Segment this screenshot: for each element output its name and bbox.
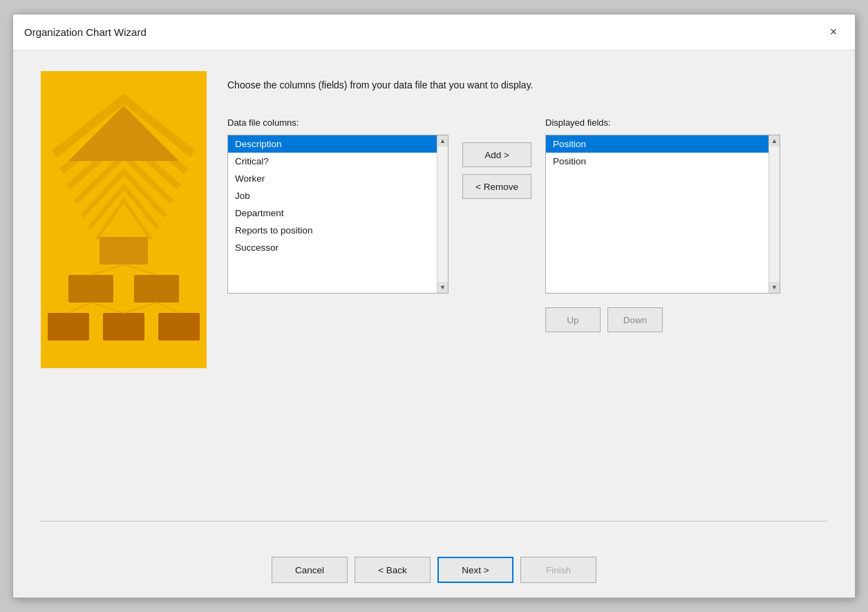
svg-rect-7 xyxy=(158,313,200,341)
list-item[interactable]: Position xyxy=(546,135,780,153)
scrollbar-right[interactable]: ▲ ▼ xyxy=(768,135,780,293)
scroll-up-arrow[interactable]: ▲ xyxy=(769,135,780,146)
scroll-up-arrow[interactable]: ▲ xyxy=(437,135,449,146)
dialog: Organization Chart Wizard × xyxy=(12,14,856,598)
finish-button: Finish xyxy=(520,557,596,583)
content-area: Choose the columns (fields) from your da… xyxy=(13,50,855,542)
footer: Cancel < Back Next > Finish xyxy=(13,542,855,597)
scroll-down-arrow[interactable]: ▼ xyxy=(769,282,780,293)
list-item[interactable]: Job xyxy=(228,187,448,204)
close-button[interactable]: × xyxy=(823,22,844,43)
up-button[interactable]: Up xyxy=(545,307,601,332)
data-columns-label: Data file columns: xyxy=(227,117,449,128)
down-button[interactable]: Down xyxy=(607,307,663,332)
right-panel: Choose the columns (fields) from your da… xyxy=(227,71,827,514)
svg-rect-6 xyxy=(103,313,144,341)
displayed-fields-label: Displayed fields: xyxy=(545,117,780,128)
add-button[interactable]: Add > xyxy=(462,142,531,167)
list-item[interactable]: Reports to position xyxy=(228,222,448,239)
dialog-title: Organization Chart Wizard xyxy=(24,26,147,38)
svg-rect-5 xyxy=(48,313,89,341)
svg-rect-2 xyxy=(100,237,148,265)
columns-row: Data file columns: Description Critical?… xyxy=(227,117,827,514)
list-item[interactable]: Critical? xyxy=(228,153,448,170)
list-item[interactable]: Description xyxy=(228,135,448,153)
up-down-row: Up Down xyxy=(545,307,780,332)
instruction-text: Choose the columns (fields) from your da… xyxy=(227,78,827,93)
divider xyxy=(41,521,827,522)
list-item[interactable]: Position xyxy=(546,153,780,170)
list-item[interactable]: Department xyxy=(228,204,448,222)
wizard-image xyxy=(41,71,207,368)
main-row: Choose the columns (fields) from your da… xyxy=(41,71,827,514)
displayed-fields-section: Displayed fields: Position Position ▲ ▼ … xyxy=(545,117,780,332)
back-button[interactable]: < Back xyxy=(355,557,431,583)
add-remove-buttons: Add > < Remove xyxy=(449,142,545,199)
remove-button[interactable]: < Remove xyxy=(462,174,531,199)
svg-rect-3 xyxy=(68,275,113,303)
list-item[interactable]: Worker xyxy=(228,170,448,187)
scrollbar[interactable]: ▲ ▼ xyxy=(437,135,448,293)
displayed-fields-listbox[interactable]: Position Position ▲ ▼ xyxy=(545,135,780,294)
list-item[interactable]: Successor xyxy=(228,239,448,256)
data-columns-listbox[interactable]: Description Critical? Worker Job Departm… xyxy=(227,135,449,294)
svg-rect-4 xyxy=(134,275,179,303)
cancel-button[interactable]: Cancel xyxy=(272,557,348,583)
next-button[interactable]: Next > xyxy=(437,557,513,583)
scroll-down-arrow[interactable]: ▼ xyxy=(437,282,449,293)
title-bar: Organization Chart Wizard × xyxy=(13,15,855,50)
data-columns-section: Data file columns: Description Critical?… xyxy=(227,117,449,294)
